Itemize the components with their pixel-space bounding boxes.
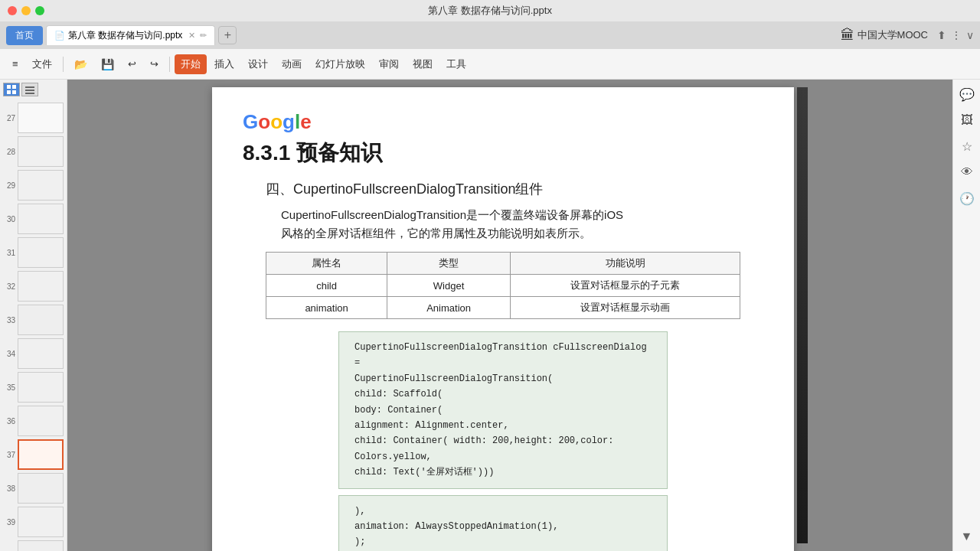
code-line-5: alignment: Alignment.center, [354,418,652,433]
image-icon[interactable]: 🖼 [959,112,975,129]
slide-img-31[interactable] [18,237,64,268]
code-line-6: child: Container( width: 200,height: 200… [354,433,652,465]
toolbar-separator [63,57,64,72]
maximize-button[interactable] [35,6,44,15]
slide-thumb-32[interactable]: 32 [3,271,64,302]
undo-icon[interactable]: ↩ [122,55,142,73]
redo-icon[interactable]: ↪ [144,55,165,73]
view-toggle[interactable] [3,83,64,96]
slide-img-33[interactable] [18,305,64,335]
design-button[interactable]: 设计 [242,54,274,74]
svg-rect-1 [12,85,16,89]
table-cell-child-name: child [266,275,387,297]
slide-img-29[interactable] [18,170,64,201]
slideshow-button[interactable]: 幻灯片放映 [309,54,371,74]
slide-thumb-35[interactable]: 35 [3,372,64,403]
grid-icon-svg [7,85,16,94]
table-header-attr: 属性名 [266,253,387,275]
tab-file-label: 第八章 数据存储与访问.pptx [68,29,182,42]
code2-line-1: ), [354,504,652,519]
close-button[interactable] [8,6,17,15]
more-icon[interactable]: ⋮ [951,29,962,41]
slide-thumb-36[interactable]: 36 [3,406,64,436]
slide-img-32[interactable] [18,271,64,302]
table-cell-anim-desc: 设置对话框显示动画 [511,297,740,319]
table-cell-anim-name: animation [266,297,387,319]
slide-img-39[interactable] [18,507,64,537]
section-heading: 四、CupertinoFullscreenDialogTransition组件 [266,180,763,198]
google-o2: o [270,110,283,133]
slide-num-38: 38 [3,484,15,493]
window-controls[interactable] [8,6,44,15]
slide-num-33: 33 [3,316,15,324]
view-button[interactable]: 视图 [407,54,439,74]
code2-line-2: animation: AlwaysStoppedAnimation(1), [354,519,652,534]
code-line-2: CupertinoFullscreenDialogTransition( [354,371,652,386]
slide-thumb-40[interactable]: 40 [3,540,64,551]
slide-thumb-39[interactable]: 39 [3,507,64,537]
code-block-2: ), animation: AlwaysStoppedAnimation(1),… [338,495,668,551]
eye-icon[interactable]: 👁 [959,164,975,181]
slide-thumb-27[interactable]: 27 [3,103,64,133]
desc-line1: CupertinoFullscreenDialogTransition是一个覆盖… [281,208,623,221]
svg-rect-2 [7,90,11,94]
tab-close-icon[interactable]: ✕ [188,31,195,41]
share-icon[interactable]: ⬆ [937,29,946,41]
slide-num-37: 37 [3,451,15,459]
tab-add-button[interactable]: + [218,26,237,44]
slide-thumb-30[interactable]: 30 [3,204,64,234]
tab-home[interactable]: 首页 [6,26,43,45]
file-icon: 📄 [54,31,65,41]
start-button[interactable]: 开始 [175,54,207,74]
slide-img-30[interactable] [18,204,64,234]
open-icon[interactable]: 📂 [68,55,93,73]
google-o1: o [258,110,270,133]
menu-button[interactable]: ≡ [6,55,24,73]
content-area: Google 8.3.1 预备知识 四、CupertinoFullscreenD… [67,80,952,551]
slide-thumb-33[interactable]: 33 [3,305,64,335]
animation-button[interactable]: 动画 [276,54,308,74]
review-button[interactable]: 审阅 [373,54,405,74]
grid-view-icon[interactable] [3,83,20,96]
slide-num-35: 35 [3,383,15,392]
slide-img-38[interactable] [18,473,64,504]
slide-thumb-29[interactable]: 29 [3,170,64,201]
list-view-icon[interactable] [21,83,38,96]
slide-num-28: 28 [3,148,15,156]
google-g: G [243,110,258,133]
slide-thumb-37[interactable]: 37 [3,439,64,470]
toolbar: ≡ 文件 📂 💾 ↩ ↪ 开始 插入 设计 动画 幻灯片放映 审阅 视图 工具 [0,49,980,80]
slide-img-28[interactable] [18,136,64,167]
save-icon[interactable]: 💾 [95,55,120,73]
code-line-7: child: Text('全屏对话框'))) [354,465,652,480]
slide-img-37[interactable] [18,439,64,470]
chevron-down-icon[interactable]: ∨ [966,29,974,41]
window-title: 第八章 数据存储与访问.pptx [428,4,552,18]
slide-thumb-31[interactable]: 31 [3,237,64,268]
file-button[interactable]: 文件 [26,54,58,74]
slide-img-27[interactable] [18,103,64,133]
slide-img-35[interactable] [18,372,64,403]
slide-thumb-38[interactable]: 38 [3,473,64,504]
scroll-down-icon[interactable]: ▼ [959,528,975,545]
tab-bar: 首页 📄 第八章 数据存储与访问.pptx ✕ ✏ + 🏛 中国大学MOOC ⬆… [0,21,980,49]
svg-rect-5 [25,90,34,91]
clock-icon[interactable]: 🕐 [959,190,975,207]
tab-file[interactable]: 📄 第八章 数据存储与访问.pptx ✕ ✏ [46,25,215,45]
slide-thumb-28[interactable]: 28 [3,136,64,167]
minimize-button[interactable] [21,6,31,15]
slide-img-34[interactable] [18,338,64,369]
star-icon[interactable]: ☆ [959,138,975,155]
mooc-logo-text: 中国大学MOOC [858,28,928,42]
table-cell-anim-type: Animation [387,297,511,319]
slide-img-36[interactable] [18,406,64,436]
desc-line2: 风格的全屏对话框组件，它的常用属性及功能说明如表所示。 [281,227,591,240]
code-line-3: child: Scaffold( [354,386,652,402]
insert-button[interactable]: 插入 [208,54,240,74]
slide-thumb-34[interactable]: 34 [3,338,64,369]
tools-button[interactable]: 工具 [440,54,472,74]
comment-icon[interactable]: 💬 [959,86,975,103]
code2-line-3: ); [354,534,652,549]
slide-img-40[interactable] [18,540,64,551]
svg-rect-4 [25,86,34,88]
